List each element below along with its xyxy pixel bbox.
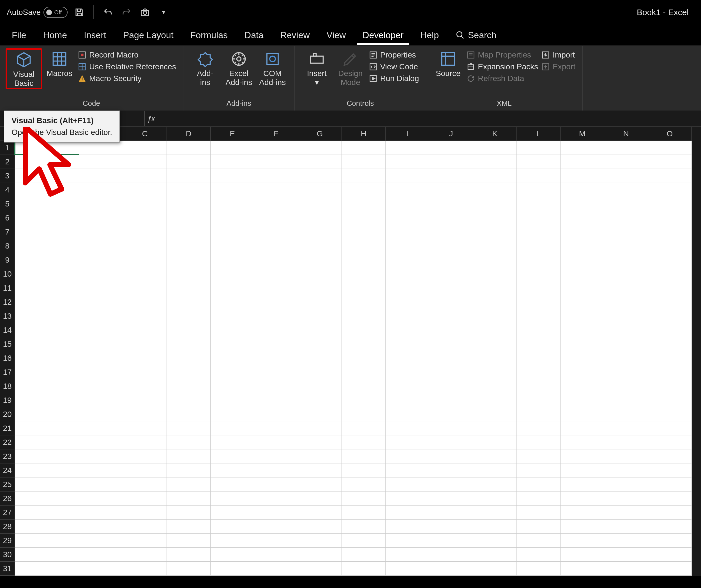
cell-B15[interactable] bbox=[79, 337, 123, 351]
tab-page-layout[interactable]: Page Layout bbox=[115, 26, 182, 44]
cell-H14[interactable] bbox=[342, 323, 386, 337]
column-header-M[interactable]: M bbox=[560, 127, 604, 141]
cell-H1[interactable] bbox=[342, 141, 386, 155]
cell-G7[interactable] bbox=[298, 225, 342, 239]
cell-L26[interactable] bbox=[517, 492, 560, 506]
cell-B29[interactable] bbox=[79, 534, 123, 548]
cell-K16[interactable] bbox=[473, 351, 517, 365]
cell-L4[interactable] bbox=[517, 183, 560, 197]
cell-C26[interactable] bbox=[123, 492, 167, 506]
cell-J2[interactable] bbox=[429, 155, 473, 169]
cell-E24[interactable] bbox=[211, 463, 254, 477]
cell-O12[interactable] bbox=[648, 295, 692, 309]
cell-K27[interactable] bbox=[473, 506, 517, 520]
cell-G18[interactable] bbox=[298, 379, 342, 393]
cell-B23[interactable] bbox=[79, 449, 123, 463]
cell-A10[interactable] bbox=[15, 267, 79, 281]
refresh-data-button[interactable]: Refresh Data bbox=[467, 74, 538, 83]
cell-M18[interactable] bbox=[560, 379, 604, 393]
cell-J1[interactable] bbox=[429, 141, 473, 155]
cell-O3[interactable] bbox=[648, 169, 692, 183]
fx-label[interactable]: ƒx bbox=[145, 115, 158, 123]
cell-O31[interactable] bbox=[648, 562, 692, 576]
cell-D3[interactable] bbox=[167, 169, 211, 183]
cell-E12[interactable] bbox=[211, 295, 254, 309]
cell-O13[interactable] bbox=[648, 309, 692, 323]
customize-qat-button[interactable]: ▾ bbox=[157, 6, 170, 19]
cell-O6[interactable] bbox=[648, 211, 692, 225]
cell-B24[interactable] bbox=[79, 463, 123, 477]
cell-L22[interactable] bbox=[517, 435, 560, 449]
cell-J13[interactable] bbox=[429, 309, 473, 323]
cell-A20[interactable] bbox=[15, 407, 79, 421]
cell-I8[interactable] bbox=[386, 239, 429, 253]
cell-C19[interactable] bbox=[123, 393, 167, 407]
macro-security-button[interactable]: Macro Security bbox=[78, 74, 176, 83]
row-header-5[interactable]: 5 bbox=[0, 197, 15, 211]
cell-M25[interactable] bbox=[560, 477, 604, 492]
cell-C16[interactable] bbox=[123, 351, 167, 365]
cell-L28[interactable] bbox=[517, 520, 560, 534]
cell-K24[interactable] bbox=[473, 463, 517, 477]
cell-I31[interactable] bbox=[386, 562, 429, 576]
cell-B31[interactable] bbox=[79, 562, 123, 576]
cell-C31[interactable] bbox=[123, 562, 167, 576]
cell-L10[interactable] bbox=[517, 267, 560, 281]
cell-J7[interactable] bbox=[429, 225, 473, 239]
cell-G25[interactable] bbox=[298, 477, 342, 492]
cell-M7[interactable] bbox=[560, 225, 604, 239]
cell-J3[interactable] bbox=[429, 169, 473, 183]
expansion-packs-button[interactable]: Expansion Packs bbox=[467, 62, 538, 71]
cell-O23[interactable] bbox=[648, 449, 692, 463]
cell-B28[interactable] bbox=[79, 520, 123, 534]
cell-H15[interactable] bbox=[342, 337, 386, 351]
cell-L29[interactable] bbox=[517, 534, 560, 548]
cell-M20[interactable] bbox=[560, 407, 604, 421]
cell-B7[interactable] bbox=[79, 225, 123, 239]
cell-C27[interactable] bbox=[123, 506, 167, 520]
cell-N11[interactable] bbox=[604, 281, 648, 295]
cell-E30[interactable] bbox=[211, 548, 254, 562]
cell-N24[interactable] bbox=[604, 463, 648, 477]
cell-N20[interactable] bbox=[604, 407, 648, 421]
row-header-3[interactable]: 3 bbox=[0, 169, 15, 183]
cell-B1[interactable] bbox=[79, 141, 123, 155]
cell-G4[interactable] bbox=[298, 183, 342, 197]
cell-M8[interactable] bbox=[560, 239, 604, 253]
cell-N10[interactable] bbox=[604, 267, 648, 281]
cell-A7[interactable] bbox=[15, 225, 79, 239]
cell-B10[interactable] bbox=[79, 267, 123, 281]
cell-K1[interactable] bbox=[473, 141, 517, 155]
cell-K18[interactable] bbox=[473, 379, 517, 393]
cell-F21[interactable] bbox=[254, 421, 298, 435]
cell-F19[interactable] bbox=[254, 393, 298, 407]
tab-formulas[interactable]: Formulas bbox=[182, 26, 236, 44]
cell-H6[interactable] bbox=[342, 211, 386, 225]
cell-K21[interactable] bbox=[473, 421, 517, 435]
cell-A1[interactable] bbox=[15, 141, 79, 155]
cell-D22[interactable] bbox=[167, 435, 211, 449]
cell-B18[interactable] bbox=[79, 379, 123, 393]
cell-F11[interactable] bbox=[254, 281, 298, 295]
cell-K9[interactable] bbox=[473, 253, 517, 267]
cell-A9[interactable] bbox=[15, 253, 79, 267]
cell-N31[interactable] bbox=[604, 562, 648, 576]
cell-O16[interactable] bbox=[648, 351, 692, 365]
cell-J25[interactable] bbox=[429, 477, 473, 492]
cell-E6[interactable] bbox=[211, 211, 254, 225]
cell-N23[interactable] bbox=[604, 449, 648, 463]
cell-N12[interactable] bbox=[604, 295, 648, 309]
cell-F31[interactable] bbox=[254, 562, 298, 576]
column-header-N[interactable]: N bbox=[604, 127, 648, 141]
row-header-10[interactable]: 10 bbox=[0, 267, 15, 281]
row-header-18[interactable]: 18 bbox=[0, 379, 15, 393]
cell-E7[interactable] bbox=[211, 225, 254, 239]
cell-H30[interactable] bbox=[342, 548, 386, 562]
row-header-6[interactable]: 6 bbox=[0, 211, 15, 225]
cell-I17[interactable] bbox=[386, 365, 429, 379]
cell-F13[interactable] bbox=[254, 309, 298, 323]
cell-B16[interactable] bbox=[79, 351, 123, 365]
cell-F16[interactable] bbox=[254, 351, 298, 365]
cell-N9[interactable] bbox=[604, 253, 648, 267]
cell-H7[interactable] bbox=[342, 225, 386, 239]
